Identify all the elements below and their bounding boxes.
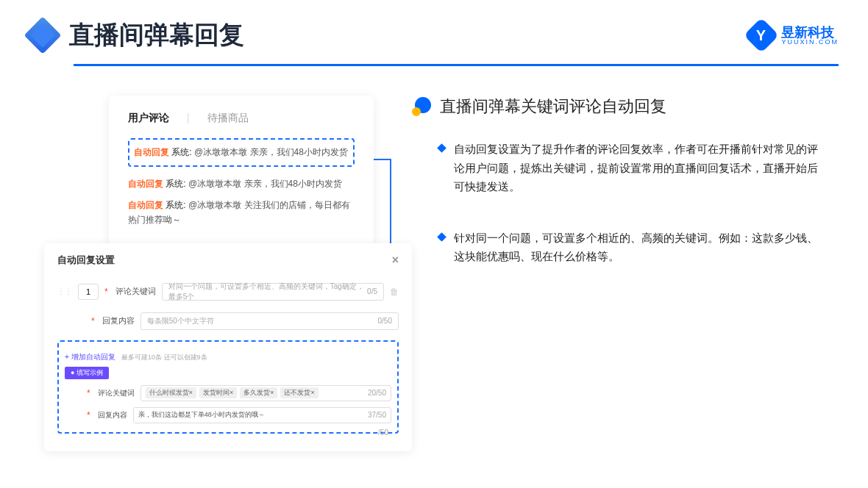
brand-icon: Y [744,18,779,53]
placeholder: 每条限50个中文字符 [147,316,214,326]
brand-name: 昱新科技 [781,26,839,39]
required-dot: * [104,287,108,297]
drag-handle-icon[interactable]: ⋮⋮ [57,287,72,295]
auto-reply-settings-panel: 自动回复设置 × ⋮⋮ 1 * 评论关键词 对同一个问题，可设置多个相近、高频的… [44,243,412,451]
list-item: 自动回复 系统: @冰墩墩本墩 关注我们的店铺，每日都有热门推荐呦～ [128,198,355,226]
tab-divider: | [187,112,190,125]
char-count: 37/50 [368,411,386,419]
diamond-icon [437,232,447,242]
bullet-text: 针对同一个问题，可设置多个相近的、高频的关键词。例如：这款多少钱、这块能优惠吗、… [454,229,824,266]
outer-count: /50 [378,428,388,437]
ex-label-reply: 回复内容 [98,410,127,420]
example-keyword-input[interactable]: 什么时候发货× 发货时间× 多久发货× 还不发货× 20/50 [140,385,391,401]
highlighted-reply: 自动回复 系统: @冰墩墩本墩 亲亲，我们48小时内发货 [128,138,355,167]
reply-tag: 自动回复 [128,200,163,210]
comments-panel: 用户评论 | 待播商品 自动回复 系统: @冰墩墩本墩 亲亲，我们48小时内发货… [109,96,374,251]
diamond-icon [437,143,447,153]
reply-input[interactable]: 每条限50个中文字符 0/50 [140,312,399,330]
tab-user-comments[interactable]: 用户评论 [128,112,169,125]
required-dot: * [91,316,95,326]
tag-chip[interactable]: 发货时间× [199,387,237,398]
delete-icon[interactable]: 🗑 [390,287,399,297]
reply-system: 系统: [166,200,185,210]
list-item: 自动回复设置为了提升作者的评论回复效率，作者可在开播前针对常见的评论用户问题，提… [412,140,824,196]
reply-text: @冰墩墩本墩 亲亲，我们48小时内发货 [188,179,342,189]
settings-title: 自动回复设置 [57,254,115,267]
page-title: 直播间弹幕回复 [69,18,244,52]
label-reply: 回复内容 [102,315,135,326]
page-header: 直播间弹幕回复 Y 昱新科技 YUUXIN.COM [0,0,868,52]
add-quota-note: 最多可建10条 还可以创建9条 [121,354,207,361]
example-reply-value: 亲，我们这边都是下单48小时内发货的哦～ [138,410,265,420]
required-dot: * [87,388,90,398]
cube-icon [24,17,62,54]
reply-system: 系统: [171,147,191,157]
example-section: + 增加自动回复 最多可建10条 还可以创建9条 ● 填写示例 * 评论关键词 … [57,340,399,434]
label-keyword: 评论关键词 [115,286,156,297]
example-reply-input[interactable]: 亲，我们这边都是下单48小时内发货的哦～ 37/50 [133,407,391,423]
ex-label-keyword: 评论关键词 [98,388,135,398]
placeholder: 对同一个问题，可设置多个相近、高频的关键词，Tag确定，最多5个 [168,281,367,302]
reply-text: @冰墩墩本墩 亲亲，我们48小时内发货 [194,147,348,157]
section-icon [412,97,431,116]
reply-system: 系统: [166,179,185,189]
list-item: 针对同一个问题，可设置多个相近的、高频的关键词。例如：这款多少钱、这块能优惠吗、… [412,229,824,266]
connector-line [374,159,390,160]
bullet-text: 自动回复设置为了提升作者的评论回复效率，作者可在开播前针对常见的评论用户问题，提… [454,140,824,196]
add-auto-reply-link[interactable]: + 增加自动回复 [65,353,115,361]
reply-tag: 自动回复 [128,179,163,189]
list-item: 自动回复 系统: @冰墩墩本墩 亲亲，我们48小时内发货 [128,177,355,191]
index-input[interactable]: 1 [78,284,99,300]
brand-sub: YUUXIN.COM [781,39,839,46]
tab-pending-goods[interactable]: 待播商品 [207,112,249,125]
tag-chip[interactable]: 多久发货× [240,387,277,398]
required-dot: * [87,410,90,420]
char-count: 20/50 [368,389,386,397]
tag-chip[interactable]: 还不发货× [280,387,318,398]
close-icon[interactable]: × [392,254,399,267]
char-count: 0/5 [367,287,377,295]
brand-logo: Y 昱新科技 YUUXIN.COM [749,23,839,48]
reply-tag: 自动回复 [134,147,169,157]
char-count: 0/50 [378,317,392,325]
keyword-input[interactable]: 对同一个问题，可设置多个相近、高频的关键词，Tag确定，最多5个 0/5 [162,283,384,301]
section-heading: 直播间弹幕关键词评论自动回复 [440,96,666,118]
example-badge: ● 填写示例 [65,367,109,379]
tag-chip[interactable]: 什么时候发货× [146,387,196,398]
